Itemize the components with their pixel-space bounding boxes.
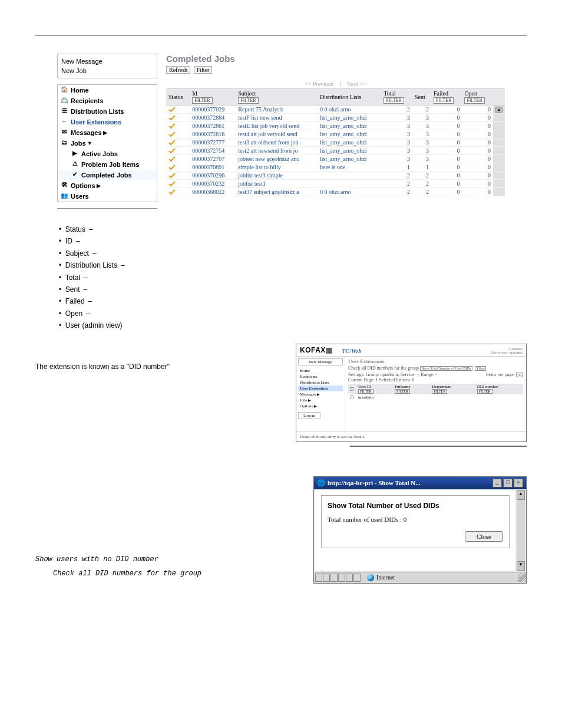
table-row[interactable]: 00000370232joblist test12200 <box>166 180 505 188</box>
status-ok-icon <box>166 106 190 114</box>
scrollbar-track[interactable] <box>493 155 505 163</box>
table-row[interactable]: 00000370296joblist test3 simple2200 <box>166 172 505 180</box>
col-open[interactable]: OpenFILTER <box>462 89 493 106</box>
prev-page-link[interactable]: << Previous <box>305 81 333 87</box>
cell-open: 0 <box>462 130 493 139</box>
table-row[interactable]: 00000372707jobtest new ąćęółńśżź anclist… <box>166 155 505 163</box>
scrollbar-track[interactable] <box>493 114 505 122</box>
table-row[interactable]: 00000372777test3 att oldsend from joblis… <box>166 139 505 147</box>
col-did-number[interactable]: DID numberFILTER <box>475 384 523 394</box>
nav-jobs[interactable]: 🗂Jobs▼ <box>58 138 157 149</box>
completed-jobs-screenshot: New Message New Job 🏠Home 📇Recipients ☰D… <box>57 54 505 209</box>
cell-total: 3 <box>381 130 412 139</box>
table-row[interactable]: 00000372884testF list new sendlist_amy_a… <box>166 114 505 122</box>
logout-button[interactable]: Logout <box>298 412 320 419</box>
col-sent: Sent <box>412 89 431 106</box>
filter-button[interactable]: Filter <box>475 366 486 371</box>
cell-subject: jobtest new ąćęółńśżź anc <box>236 155 318 163</box>
scrollbar-track[interactable] <box>493 122 505 130</box>
table-row[interactable]: 00000377029Report 75 Analysis0 0 ohzi ar… <box>166 106 505 114</box>
col-fullname[interactable]: FullnameFILTER <box>393 384 430 394</box>
check-dids-link[interactable]: Check all DID numbers for the group <box>348 365 419 371</box>
nav-distribution-lists[interactable]: ☰Distribution Lists <box>58 106 157 117</box>
scrollbar-track[interactable] <box>493 163 505 172</box>
nav-messages[interactable]: ✉Messages▶ <box>58 127 157 138</box>
col-department[interactable]: DepartmentFILTER <box>430 384 475 394</box>
cell-subject: test3 att oldsend from job <box>236 139 318 147</box>
cell-sent: 3 <box>412 155 431 163</box>
nav-recipients[interactable]: 📇Recipients <box>58 95 157 106</box>
mini-nav-item[interactable]: Distribution Lists <box>298 380 343 386</box>
internet-zone-icon <box>367 574 374 581</box>
filter-badge[interactable]: FILTER <box>384 97 404 104</box>
nav-users[interactable]: 👥Users <box>58 191 157 202</box>
user-extensions-table: ▢ User IDFILTER FullnameFILTER Departmen… <box>348 384 523 400</box>
refresh-button[interactable]: Refresh <box>166 66 190 74</box>
scrollbar-track[interactable] <box>493 188 505 196</box>
table-row[interactable]: 00000372754test2 att newsend from jolist… <box>166 147 505 155</box>
scrollbar-track[interactable] <box>493 180 505 188</box>
cell-subject: test2 att newsend from jo <box>236 147 318 155</box>
nav-user-extensions[interactable]: ↔User Extensions <box>58 117 157 127</box>
scroll-up-icon[interactable]: ▲ <box>517 490 525 500</box>
maximize-icon[interactable]: □ <box>503 479 513 487</box>
vertical-scrollbar[interactable]: ▲ ▼ <box>517 490 525 571</box>
select-all-checkbox[interactable]: ▢ <box>350 387 354 391</box>
new-job-button[interactable]: New Job <box>61 66 153 75</box>
filter-badge[interactable]: FILTER <box>464 97 484 104</box>
table-row[interactable]: 00000372861testE list job veryold sendli… <box>166 122 505 130</box>
cell-user-id[interactable]: tqaadmin <box>356 394 523 400</box>
status-ok-icon <box>166 130 190 139</box>
mini-nav-item[interactable]: Jobs ▶ <box>298 397 343 403</box>
col-failed[interactable]: FailedFILTER <box>431 89 462 106</box>
close-icon[interactable]: × <box>514 479 523 487</box>
filter-badge[interactable]: FILTER <box>434 97 454 104</box>
pager: << Previous | Next >> <box>166 81 505 87</box>
scrollbar-track[interactable] <box>493 139 505 147</box>
list-item: • Subject– <box>59 248 527 259</box>
close-button[interactable]: Close <box>465 531 503 542</box>
nav-home[interactable]: 🏠Home <box>58 85 157 95</box>
table-row[interactable]: 00000368022test37 subject ąćęółńśżź a0 0… <box>166 188 505 196</box>
row-checkbox[interactable]: ▢ <box>350 395 354 400</box>
col-id[interactable]: IdFILTER <box>190 89 236 106</box>
items-per-page-select[interactable]: 50 <box>516 373 523 377</box>
filter-badge[interactable]: FILTER <box>192 97 212 104</box>
nav-active-jobs[interactable]: ▶Active Jobs <box>58 149 157 159</box>
table-row[interactable]: 00000370891simple list to billyhere is o… <box>166 163 505 172</box>
user-extensions-title: User Extensions <box>348 358 523 364</box>
resize-grip-icon[interactable] <box>518 574 526 582</box>
mini-nav-item[interactable]: Recipients <box>298 374 343 380</box>
new-message-button[interactable]: New Message <box>61 57 153 66</box>
nav-problem-job-items[interactable]: ⚠Problem Job Items <box>58 159 157 170</box>
scroll-down-icon[interactable]: ▼ <box>517 561 525 571</box>
filter-badge[interactable]: FILTER <box>238 97 258 104</box>
scrollbar-track[interactable] <box>493 172 505 180</box>
mini-new-message-button[interactable]: New Message <box>298 358 343 365</box>
mini-nav-item[interactable]: Options ▶ <box>298 403 343 409</box>
nav-completed-jobs[interactable]: ✔Completed Jobs <box>58 170 157 180</box>
col-total[interactable]: TotalFILTER <box>381 89 412 106</box>
jobs-icon: 🗂 <box>60 139 68 147</box>
scrollbar-track[interactable]: ▲ <box>493 106 505 114</box>
cell-total: 3 <box>381 147 412 155</box>
scrollbar-track[interactable] <box>493 130 505 139</box>
cell-id: 00000372884 <box>190 114 236 122</box>
col-user-id[interactable]: User IDFILTER <box>356 384 393 394</box>
mini-nav-item[interactable]: Messages ▶ <box>298 391 343 397</box>
nav-options[interactable]: 🛠Options▶ <box>58 180 157 191</box>
mini-nav-item[interactable]: Home <box>298 368 343 374</box>
list-icon: ☰ <box>60 107 68 116</box>
col-subject[interactable]: SubjectFILTER <box>236 89 318 106</box>
titlebar[interactable]: 🌐 http://tqa-bc-pri - Show Total N... _ … <box>314 477 526 489</box>
scrollbar-track[interactable] <box>493 147 505 155</box>
table-row[interactable]: 00000372816test4 att job veryold sendlis… <box>166 130 505 139</box>
filter-button[interactable]: Filter <box>194 66 213 74</box>
show-total-dids-button[interactable]: Show Total Number of Used DIDs <box>420 366 472 371</box>
scrollbar[interactable] <box>493 89 505 106</box>
mini-nav-item[interactable]: User Extensions <box>298 386 343 391</box>
next-page-link[interactable]: Next >> <box>347 81 366 87</box>
cell-dlist <box>318 172 381 180</box>
cell-subject: test37 subject ąćęółńśżź a <box>236 188 318 196</box>
minimize-icon[interactable]: _ <box>492 479 502 487</box>
